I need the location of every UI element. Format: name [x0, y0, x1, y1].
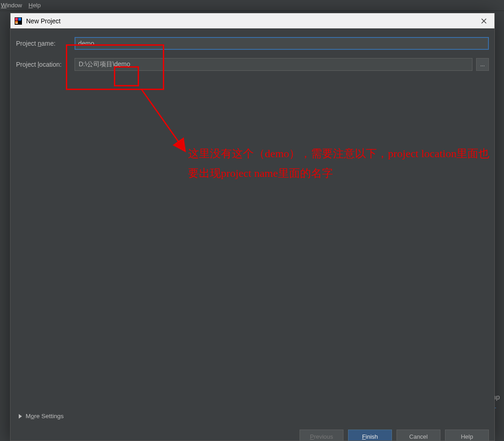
dialog-title: New Project — [26, 17, 474, 25]
more-settings-label: More Settings — [26, 413, 64, 420]
project-name-label: Project name: — [16, 40, 75, 47]
dialog-titlebar: New Project — [11, 13, 494, 29]
button-bar: Previous Finish Cancel Help — [300, 422, 489, 441]
help-button[interactable]: Help — [445, 430, 489, 441]
expand-triangle-icon — [19, 414, 22, 419]
project-location-input[interactable] — [75, 58, 472, 71]
finish-button[interactable]: Finish — [348, 430, 392, 441]
annotation-text: 这里没有这个（demo），需要注意以下，project location里面也要… — [188, 144, 490, 183]
svg-rect-4 — [16, 23, 18, 24]
project-name-row: Project name: demo — [16, 37, 489, 50]
parent-menubar: Window Help — [0, 0, 504, 11]
svg-rect-1 — [15, 18, 18, 21]
more-settings-toggle[interactable]: More Settings — [19, 413, 64, 420]
previous-button[interactable]: Previous — [300, 430, 343, 441]
dialog-body: Project name: demo Project location: ...… — [11, 29, 494, 441]
svg-rect-3 — [18, 18, 21, 21]
button-bar-clip: Previous Finish Cancel Help — [11, 422, 494, 441]
project-location-label: Project location: — [16, 61, 75, 68]
new-project-dialog: New Project Project name: demo Project l… — [10, 13, 495, 441]
menu-window[interactable]: Window — [1, 2, 22, 9]
cancel-button[interactable]: Cancel — [397, 430, 440, 441]
annotation-arrow — [139, 87, 204, 160]
project-location-row: Project location: ... — [16, 58, 489, 71]
svg-line-7 — [141, 89, 185, 151]
intellij-icon — [14, 17, 22, 25]
menu-help[interactable]: Help — [28, 2, 41, 9]
project-name-input[interactable]: demo — [75, 37, 489, 50]
browse-button[interactable]: ... — [476, 58, 489, 71]
close-icon — [481, 18, 487, 24]
project-name-value: demo — [78, 40, 94, 47]
close-button[interactable] — [474, 13, 493, 28]
